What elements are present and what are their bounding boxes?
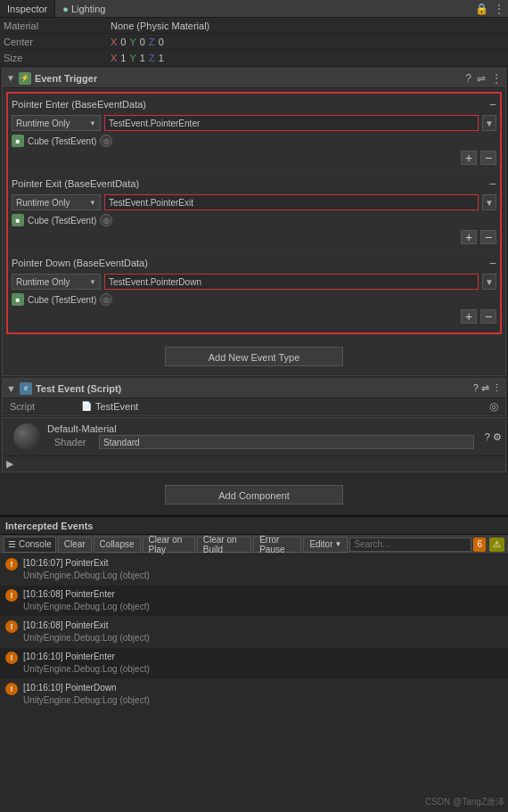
center-x-label: X (111, 37, 117, 47)
log-item[interactable]: ! [10:16:10] PointerDown UnityEngine.Deb… (0, 679, 508, 710)
pointer-exit-plus[interactable]: + (461, 230, 477, 244)
editor-caret: ▼ (335, 540, 342, 548)
test-event-menu-icon[interactable]: ⋮ (492, 382, 502, 393)
pointer-enter-minus[interactable]: − (480, 151, 496, 165)
error-pause-button[interactable]: Error Pause (253, 537, 301, 553)
pointer-down-mode-label: Runtime Only (16, 277, 70, 287)
event-trigger-content: Pointer Enter (BaseEventData) − Runtime … (6, 92, 502, 334)
pointer-exit-remove[interactable]: − (489, 176, 496, 191)
size-xyz: X 1 Y 1 Z 1 (111, 53, 504, 63)
log-main: [10:16:10] PointerEnter (23, 651, 503, 663)
pointer-enter-object-row: ■ Cube (TestEvent) ◎ (12, 135, 496, 147)
tab-inspector[interactable]: Inspector (0, 0, 54, 17)
pointer-down-controls: + − (12, 309, 496, 324)
log-item[interactable]: ! [10:16:08] PointerExit UnityEngine.Deb… (0, 617, 508, 648)
pointer-exit-obj-select[interactable]: ◎ (100, 214, 112, 226)
pointer-down-obj-select[interactable]: ◎ (100, 293, 112, 306)
console-search-input[interactable] (349, 537, 471, 552)
inspector-tab-label: Inspector (7, 4, 47, 14)
clear-on-build-button[interactable]: Clear on Build (197, 537, 251, 553)
pointer-down-remove[interactable]: − (489, 256, 496, 270)
shader-value: Standard (103, 438, 140, 447)
menu-icon[interactable]: ⋮ (491, 72, 502, 85)
tab-lighting[interactable]: ● Lighting (55, 0, 112, 17)
log-sub: UnityEngine.Debug:Log (object) (23, 632, 503, 644)
pointer-exit-minus[interactable]: − (480, 230, 496, 244)
test-event-script-title: Test Event (Script) (36, 383, 473, 394)
editor-label: Editor (309, 539, 332, 549)
material-help-icon[interactable]: ? (485, 431, 490, 442)
pointer-enter-mode-caret: ▼ (89, 119, 96, 127)
test-event-script-arrow: ▼ (6, 383, 16, 394)
center-x-value: 0 (120, 37, 126, 47)
pointer-down-mode-dropdown[interactable]: Runtime Only ▼ (12, 274, 101, 290)
pointer-enter-controls: + − (12, 151, 496, 165)
material-info-row: Default-Material Shader Standard ? ⚙ (3, 418, 505, 455)
pointer-down-header: Pointer Down (BaseEventData) − (12, 256, 496, 270)
event-trigger-component: ▼ ⚡ Event Trigger ? ⇌ ⋮ Pointer Enter (B… (2, 68, 506, 376)
pointer-down-minus[interactable]: − (480, 309, 496, 324)
size-x-label: X (111, 53, 117, 63)
pointer-down-method-arrow[interactable]: ▼ (482, 274, 496, 290)
more-icon[interactable]: ⋮ (494, 3, 504, 15)
clear-on-play-button[interactable]: Clear on Play (143, 537, 195, 553)
log-item[interactable]: ! [10:16:08] PointerEnter UnityEngine.De… (0, 586, 508, 617)
center-xyz: X 0 Y 0 Z 0 (111, 37, 504, 47)
pointer-down-plus[interactable]: + (461, 309, 477, 324)
log-text: [10:16:08] PointerExit UnityEngine.Debug… (23, 619, 503, 644)
log-sub: UnityEngine.Debug:Log (object) (23, 601, 503, 613)
clear-button[interactable]: Clear (58, 537, 92, 553)
script-target-icon[interactable]: ◎ (489, 400, 498, 413)
pointer-exit-mode-caret: ▼ (89, 199, 96, 207)
pointer-down-obj-label: Cube (TestEvent) (28, 295, 96, 305)
lock-icon[interactable]: 🔒 (475, 3, 488, 15)
shader-dropdown[interactable]: Standard (99, 435, 474, 449)
test-event-script-header-icons: ? ⇌ ⋮ (473, 382, 502, 394)
pointer-enter-mode-dropdown[interactable]: Runtime Only ▼ (12, 115, 101, 131)
console-toolbar: ☰ Console Clear Collapse Clear on Play C… (0, 535, 508, 554)
pointer-exit-mode-dropdown[interactable]: Runtime Only ▼ (12, 194, 101, 210)
test-event-script-header[interactable]: ▼ # Test Event (Script) ? ⇌ ⋮ (3, 379, 505, 398)
log-item[interactable]: ! [10:16:07] PointerExit UnityEngine.Deb… (0, 554, 508, 586)
pointer-enter-remove[interactable]: − (489, 97, 496, 111)
log-icon: ! (5, 558, 18, 570)
console-tab[interactable]: ☰ Console (4, 537, 56, 553)
top-tab-bar: Inspector ● Lighting 🔒 ⋮ (0, 0, 508, 18)
script-prop-row: Script 📄 TestEvent ◎ (3, 398, 505, 414)
center-z-label: Z (149, 37, 155, 47)
add-event-wrapper: Add New Event Type (3, 338, 505, 375)
pointer-enter-obj-select[interactable]: ◎ (100, 135, 112, 147)
log-item[interactable]: ! [10:16:10] PointerEnter UnityEngine.De… (0, 648, 508, 679)
add-new-event-type-button[interactable]: Add New Event Type (165, 347, 343, 366)
size-y-value: 1 (140, 53, 145, 63)
help-icon[interactable]: ? (465, 72, 471, 85)
event-trigger-title: Event Trigger (35, 73, 465, 84)
material-gear-icon[interactable]: ⚙ (493, 431, 502, 442)
console-log-area: ! [10:16:07] PointerExit UnityEngine.Deb… (0, 554, 508, 710)
log-icon: ! (5, 652, 18, 664)
watermark: CSDN @TangZ唐泽 (425, 796, 504, 808)
pointer-exit-controls: + − (12, 230, 496, 244)
warning-icon: ⚠ (493, 539, 501, 549)
center-y-value: 0 (140, 37, 145, 47)
material-value: None (Physic Material) (111, 21, 504, 31)
material-expand-arrow[interactable]: ▶ (6, 458, 13, 470)
material-header-icons: ? ⚙ (485, 431, 502, 443)
pointer-exit-method-arrow[interactable]: ▼ (482, 194, 496, 210)
event-trigger-header[interactable]: ▼ ⚡ Event Trigger ? ⇌ ⋮ (3, 69, 505, 88)
center-label: Center (4, 37, 111, 47)
layout-icon[interactable]: ⇌ (477, 72, 486, 85)
pointer-exit-mode-label: Runtime Only (16, 198, 70, 208)
pointer-enter-title: Pointer Enter (BaseEventData) (12, 99, 146, 110)
editor-dropdown[interactable]: Editor ▼ (303, 537, 348, 553)
console-count-badge: 6 (473, 537, 486, 552)
add-component-button[interactable]: Add Component (165, 485, 343, 504)
pointer-enter-plus[interactable]: + (461, 151, 477, 165)
test-event-help-icon[interactable]: ? (473, 382, 479, 393)
test-event-script-component: ▼ # Test Event (Script) ? ⇌ ⋮ Script 📄 T… (2, 378, 506, 415)
test-event-layout-icon[interactable]: ⇌ (481, 382, 489, 393)
collapse-button[interactable]: Collapse (94, 537, 141, 553)
pointer-enter-mode-label: Runtime Only (16, 119, 70, 128)
pointer-enter-method-arrow[interactable]: ▼ (482, 115, 496, 131)
pointer-enter-obj-icon: ■ (12, 135, 24, 147)
